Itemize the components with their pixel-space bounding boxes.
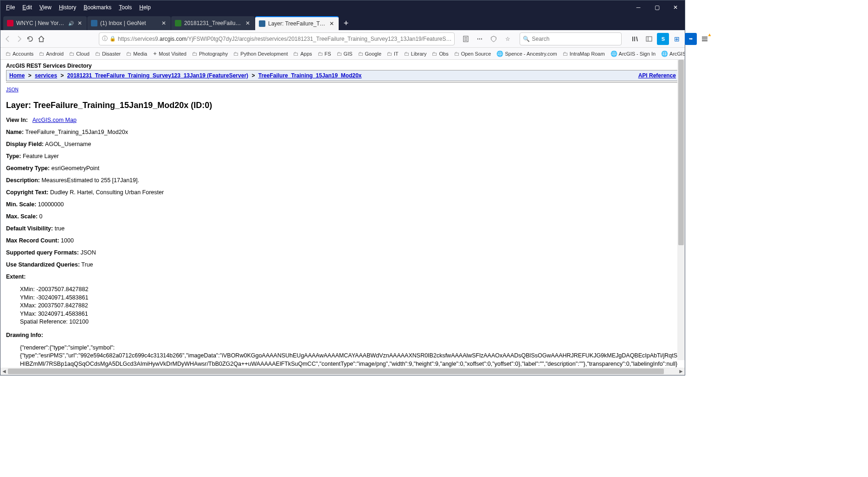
menu-view[interactable]: View [37, 2, 54, 13]
bookmark-intramap-roam[interactable]: 🗀IntraMap Roam [560, 50, 607, 58]
info-icon[interactable]: ⓘ [102, 35, 108, 43]
bookmark-accounts[interactable]: 🗀Accounts [3, 50, 36, 58]
bookmark-star-icon[interactable]: ☆ [502, 33, 513, 45]
tab-label: Layer: TreeFailure_Training_15J… [268, 20, 327, 27]
favicon [259, 20, 265, 27]
forward-button[interactable] [15, 32, 23, 45]
breadcrumb-layer[interactable]: TreeFailure_Training_15Jan19_Mod20x [258, 72, 362, 79]
bookmark-arcgis-sign-in[interactable]: 🌐ArcGIS - Sign In [608, 50, 658, 58]
api-reference-link[interactable]: API Reference [638, 72, 676, 79]
tab-close-button[interactable]: ✕ [77, 20, 83, 26]
horizontal-scrollbar[interactable]: ◄ ► [0, 368, 685, 375]
menu-tools[interactable]: Tools [116, 2, 135, 13]
json-link[interactable]: JSON [6, 87, 19, 92]
bookmark-photography[interactable]: 🗀Photography [190, 50, 230, 58]
layer-heading: Layer: TreeFailure_Training_15Jan19_Mod2… [6, 101, 679, 110]
maximize-button[interactable]: ▢ [648, 0, 666, 14]
bookmark-arcgis-metadata-tool-[interactable]: 🌐ArcGIS Metadata Tool… [659, 50, 685, 58]
menu-help[interactable]: Help [136, 2, 154, 13]
titlebar: FileEditViewHistoryBookmarksToolsHelp ─ … [0, 0, 685, 14]
search-icon: 🔍 [523, 36, 530, 42]
star-icon: ✦ [153, 51, 157, 57]
window-controls: ─ ▢ ✕ [629, 0, 685, 14]
prop-use-standardized-queries: Use Standardized Queries: True [6, 261, 679, 268]
bookmark-gis[interactable]: 🗀GIS [334, 50, 355, 58]
ext-icon-3[interactable]: ➥ [685, 33, 697, 45]
bookmark-disaster[interactable]: 🗀Disaster [93, 50, 123, 58]
scroll-right[interactable]: ► [677, 368, 685, 375]
svg-rect-7 [646, 37, 652, 41]
bookmark-android[interactable]: 🗀Android [37, 50, 66, 58]
tab-close-button[interactable]: ✕ [161, 20, 167, 26]
bookmark-python-development[interactable]: 🗀Python Development [231, 50, 290, 58]
url-text: https://services9.arcgis.com/YjFSWIP0tgQ… [118, 36, 451, 42]
back-button[interactable] [4, 32, 12, 45]
scroll-left[interactable]: ◄ [0, 368, 8, 375]
library-icon[interactable] [629, 33, 641, 45]
prop-min-scale: Min. Scale: 10000000 [6, 201, 679, 208]
close-button[interactable]: ✕ [666, 0, 685, 14]
bookmark-obs[interactable]: 🗀Obs [430, 50, 450, 58]
folder-icon: 🗀 [563, 51, 568, 57]
bookmark-most-visited[interactable]: ✦Most Visited [150, 50, 189, 58]
page-content: ArcGIS REST Services Directory Home > se… [0, 60, 685, 368]
search-input[interactable] [532, 36, 618, 42]
prop-name: Name: TreeFailure_Training_15Jan19_Mod20… [6, 129, 679, 135]
bookmark-apps[interactable]: 🗀Apps [291, 50, 314, 58]
folder-icon: 🗀 [69, 51, 75, 57]
home-button[interactable] [38, 32, 45, 45]
reload-button[interactable] [26, 32, 34, 45]
search-bar[interactable]: 🔍 [520, 32, 622, 45]
toolbar-icons: S ⊞ ➥ ▲ [629, 33, 711, 45]
bookmark-spence-ancestry-com[interactable]: 🌐Spence - Ancestry.com [494, 50, 559, 58]
drawing-info-value: {"renderer":{"type":"simple","symbol": {… [20, 344, 679, 368]
breadcrumb-services[interactable]: services [35, 72, 57, 79]
bookmark-open-source[interactable]: 🗀Open Source [452, 50, 494, 58]
tab-label: (1) Inbox | GeoNet [100, 20, 159, 26]
menu-history[interactable]: History [56, 2, 79, 13]
tab-1[interactable]: (1) Inbox | GeoNet✕ [87, 16, 171, 30]
ext-icon-2[interactable]: ⊞ [671, 33, 683, 45]
page-action-menu[interactable]: ⋯ [474, 33, 485, 45]
menu-icon[interactable]: ▲ [699, 33, 711, 45]
prop-display-field: Display Field: AGOL_Username [6, 141, 679, 147]
speaker-icon[interactable]: 🔊 [68, 21, 75, 26]
rest-directory-title: ArcGIS REST Services Directory [6, 63, 679, 69]
reader-mode-icon[interactable] [460, 33, 471, 45]
tab-close-button[interactable]: ✕ [244, 20, 251, 26]
tab-3[interactable]: Layer: TreeFailure_Training_15J…✕ [255, 16, 339, 30]
prop-max-scale: Max. Scale: 0 [6, 213, 679, 220]
prop-drawing-info-label: Drawing Info: [6, 332, 679, 338]
prop-type: Type: Feature Layer [6, 153, 679, 159]
bookmark-library[interactable]: 🗀Library [402, 50, 429, 58]
tab-label: WNYC | New York Public R… [16, 20, 66, 26]
breadcrumb-home[interactable]: Home [9, 72, 25, 79]
tab-close-button[interactable]: ✕ [328, 20, 335, 27]
folder-icon: 🗀 [233, 51, 239, 57]
bookmark-google[interactable]: 🗀Google [356, 50, 384, 58]
new-tab-button[interactable]: + [339, 16, 353, 30]
ext-icon-1[interactable]: S [657, 33, 669, 45]
bookmark-cloud[interactable]: 🗀Cloud [67, 50, 92, 58]
bookmark-fs[interactable]: 🗀FS [315, 50, 334, 58]
url-bar[interactable]: ⓘ 🔒 https://services9.arcgis.com/YjFSWIP… [99, 32, 455, 45]
viewin-arcgis-link[interactable]: ArcGIS.com Map [32, 117, 77, 123]
shield-icon[interactable] [488, 33, 499, 45]
folder-icon: 🗀 [337, 51, 342, 57]
bookmark-media[interactable]: 🗀Media [124, 50, 149, 58]
minimize-button[interactable]: ─ [629, 0, 648, 14]
breadcrumb-featureserver[interactable]: 20181231_TreeFailure_Training_Survey123_… [67, 72, 248, 79]
menu-bookmarks[interactable]: Bookmarks [81, 2, 114, 13]
prop-description: Description: MeasuresEstimated to 255 [1… [6, 177, 679, 184]
folder-icon: 🗀 [39, 51, 45, 57]
menu-edit[interactable]: Edit [19, 2, 35, 13]
menu-file[interactable]: File [3, 2, 18, 13]
globe-icon: 🌐 [611, 51, 617, 57]
bookmark-it[interactable]: 🗀IT [385, 50, 401, 58]
sidebars-icon[interactable] [643, 33, 655, 45]
vertical-scrollbar[interactable] [677, 60, 685, 360]
folder-icon: 🗀 [432, 51, 437, 57]
tab-0[interactable]: WNYC | New York Public R…🔊✕ [3, 16, 87, 30]
tab-2[interactable]: 20181231_TreeFailure_Training…✕ [171, 16, 255, 30]
menubar: FileEditViewHistoryBookmarksToolsHelp [0, 2, 154, 13]
